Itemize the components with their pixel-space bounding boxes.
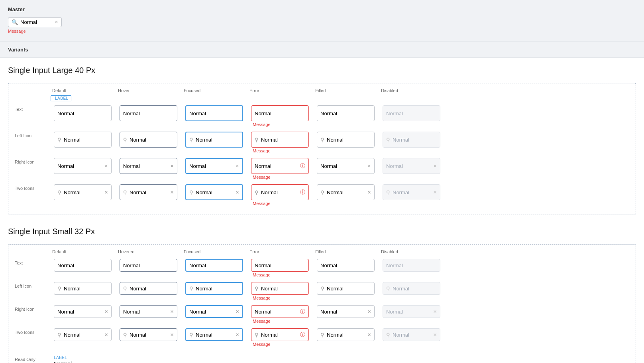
s-input-two-filled-field[interactable] xyxy=(327,332,365,338)
input-left-error[interactable]: ⚲ xyxy=(251,132,309,148)
input-two-focused-field[interactable] xyxy=(196,189,233,195)
input-right-error-field[interactable] xyxy=(255,163,298,169)
s-input-right-error[interactable]: ⓘ xyxy=(251,305,309,318)
s-input-left-filled-field[interactable] xyxy=(327,286,371,292)
close-icon[interactable]: ✕ xyxy=(55,20,58,25)
input-two-default[interactable]: ⚲ ✕ xyxy=(54,184,112,200)
s-input-text-hover[interactable] xyxy=(120,259,177,272)
input-left-focused[interactable]: ⚲ xyxy=(185,132,243,148)
s-close-icon-right-hover[interactable]: ✕ xyxy=(170,309,174,314)
input-text-error-field[interactable] xyxy=(255,110,305,116)
s-input-two-error[interactable]: ⚲ ⓘ xyxy=(251,328,309,341)
s-close-icon-two-default[interactable]: ✕ xyxy=(104,332,108,337)
input-two-default-field[interactable] xyxy=(64,189,102,195)
s-input-left-error-field[interactable] xyxy=(261,286,305,292)
input-two-hover-field[interactable] xyxy=(130,189,168,195)
s-input-two-focused[interactable]: ⚲ ✕ xyxy=(185,328,243,341)
s-input-left-error[interactable]: ⚲ xyxy=(251,282,309,295)
s-close-icon-two-focused[interactable]: ✕ xyxy=(236,332,239,337)
input-left-default[interactable]: ⚲ xyxy=(54,132,112,148)
close-icon-two-default[interactable]: ✕ xyxy=(104,190,108,195)
s-input-text-default-field[interactable] xyxy=(57,262,108,268)
s-input-right-error-field[interactable] xyxy=(255,309,298,315)
input-two-error[interactable]: ⚲ ⓘ xyxy=(251,184,309,200)
s-input-right-filled-field[interactable] xyxy=(320,309,365,315)
s-close-icon-two-filled[interactable]: ✕ xyxy=(367,332,371,337)
input-text-focused-field[interactable] xyxy=(189,110,239,116)
input-left-focused-field[interactable] xyxy=(196,137,239,143)
s-input-right-hover-field[interactable] xyxy=(123,309,168,315)
input-right-default[interactable]: ✕ xyxy=(54,158,112,174)
s-input-text-filled[interactable] xyxy=(317,259,375,272)
s-input-right-hover[interactable]: ✕ xyxy=(120,305,177,318)
close-icon-right-filled[interactable]: ✕ xyxy=(367,164,371,169)
s-input-text-error[interactable] xyxy=(251,259,309,272)
input-left-filled-field[interactable] xyxy=(327,137,371,143)
s-input-right-filled[interactable]: ✕ xyxy=(317,305,375,318)
input-two-filled[interactable]: ⚲ ✕ xyxy=(317,184,375,200)
input-right-focused[interactable]: ✕ xyxy=(185,158,243,174)
input-left-default-field[interactable] xyxy=(64,137,108,143)
close-icon-right-default[interactable]: ✕ xyxy=(104,164,108,169)
input-text-default[interactable] xyxy=(54,105,112,121)
input-right-filled[interactable]: ✕ xyxy=(317,158,375,174)
s-input-left-hover[interactable]: ⚲ xyxy=(120,282,177,295)
input-text-focused[interactable] xyxy=(185,105,243,121)
s-input-two-focused-field[interactable] xyxy=(196,332,233,338)
s-input-left-focused-field[interactable] xyxy=(196,286,239,292)
s-input-two-hover[interactable]: ⚲ ✕ xyxy=(120,328,177,341)
s-input-two-default-field[interactable] xyxy=(64,332,102,338)
s-input-right-focused-field[interactable] xyxy=(189,309,233,315)
input-left-hover-field[interactable] xyxy=(130,137,174,143)
input-text-error[interactable] xyxy=(251,105,309,121)
close-icon-two-hover[interactable]: ✕ xyxy=(170,190,174,195)
s-input-text-filled-field[interactable] xyxy=(320,262,371,268)
input-two-filled-field[interactable] xyxy=(327,189,365,195)
s-input-left-filled[interactable]: ⚲ xyxy=(317,282,375,295)
close-icon-two-focused[interactable]: ✕ xyxy=(236,190,239,195)
input-text-hover-field[interactable] xyxy=(123,110,174,116)
s-input-text-focused-field[interactable] xyxy=(189,262,239,268)
s-input-right-default-field[interactable] xyxy=(57,309,102,315)
input-left-hover[interactable]: ⚲ xyxy=(120,132,177,148)
s-input-right-focused[interactable]: ✕ xyxy=(185,305,243,318)
input-text-filled-field[interactable] xyxy=(320,110,371,116)
input-two-hover[interactable]: ⚲ ✕ xyxy=(120,184,177,200)
close-icon-right-focused[interactable]: ✕ xyxy=(236,164,239,169)
s-cell-two-focused: ⚲ ✕ xyxy=(182,326,248,349)
s-close-icon-right-filled[interactable]: ✕ xyxy=(367,309,371,314)
s-input-two-hover-field[interactable] xyxy=(130,332,168,338)
s-input-left-default-field[interactable] xyxy=(64,286,108,292)
master-input[interactable] xyxy=(20,19,52,25)
s-close-icon-right-focused[interactable]: ✕ xyxy=(236,309,239,314)
s-input-text-error-field[interactable] xyxy=(255,262,305,268)
close-icon-right-hover[interactable]: ✕ xyxy=(170,164,174,169)
input-two-focused[interactable]: ⚲ ✕ xyxy=(185,184,243,200)
s-search-icon-two-focused: ⚲ xyxy=(189,332,193,338)
s-input-two-default[interactable]: ⚲ ✕ xyxy=(54,328,112,341)
input-two-error-field[interactable] xyxy=(261,189,298,195)
input-right-focused-field[interactable] xyxy=(189,163,233,169)
s-close-icon-right-default[interactable]: ✕ xyxy=(104,309,108,314)
input-text-hover[interactable] xyxy=(120,105,177,121)
s-close-icon-two-hover[interactable]: ✕ xyxy=(170,332,174,337)
s-input-two-filled[interactable]: ⚲ ✕ xyxy=(317,328,375,341)
close-icon-two-filled[interactable]: ✕ xyxy=(367,190,371,195)
s-input-right-default[interactable]: ✕ xyxy=(54,305,112,318)
input-right-default-field[interactable] xyxy=(57,163,102,169)
s-input-left-default[interactable]: ⚲ xyxy=(54,282,112,295)
s-input-text-default[interactable] xyxy=(54,259,112,272)
input-right-hover[interactable]: ✕ xyxy=(120,158,177,174)
input-left-filled[interactable]: ⚲ xyxy=(317,132,375,148)
s-input-text-focused[interactable] xyxy=(185,259,243,272)
s-input-left-focused[interactable]: ⚲ xyxy=(185,282,243,295)
s-input-left-hover-field[interactable] xyxy=(130,286,174,292)
input-text-filled[interactable] xyxy=(317,105,375,121)
input-right-filled-field[interactable] xyxy=(320,163,365,169)
input-right-hover-field[interactable] xyxy=(123,163,168,169)
s-input-two-error-field[interactable] xyxy=(261,332,298,338)
s-input-text-hover-field[interactable] xyxy=(123,262,174,268)
input-left-error-field[interactable] xyxy=(261,137,305,143)
input-right-error[interactable]: ⓘ xyxy=(251,158,309,174)
input-text-default-field[interactable] xyxy=(57,110,108,116)
